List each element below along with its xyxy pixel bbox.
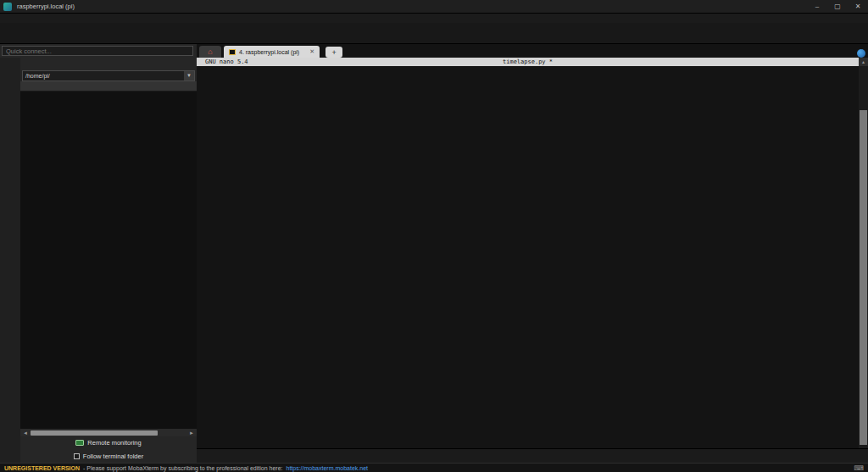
toolbar [0, 23, 868, 44]
sftp-toolbar [20, 58, 197, 70]
mobaxterm-logo-icon [3, 3, 12, 11]
nano-titlebar: GNU nano 5.4 timelapse.py * [197, 58, 859, 66]
home-icon: ⌂ [208, 47, 212, 56]
scroll-right-icon[interactable]: ► [188, 430, 195, 436]
unregistered-label: UNREGISTERED VERSION [4, 465, 80, 471]
maximize-button[interactable]: ▢ [827, 0, 848, 13]
terminal-area: ⌂ 4. raspberrypi.local (pi) ✕ + GNU nano… [197, 44, 868, 463]
home-tab[interactable]: ⌂ [199, 46, 221, 58]
remote-monitoring-label: Remote monitoring [87, 439, 141, 447]
nano-filename: timelapse.py * [197, 58, 859, 66]
code-editor-content [197, 66, 859, 72]
current-path: /home/pi/ [25, 73, 50, 79]
new-tab-button[interactable]: + [326, 47, 342, 58]
session-tab-label: 4. raspberrypi.local (pi) [239, 49, 299, 55]
terminal-icon [229, 49, 236, 55]
vertical-scrollbar-thumb[interactable] [860, 110, 867, 445]
sidebar: /home/pi/ ▼ ◄ ► Remote monitoring Follow… [0, 44, 197, 463]
window-titlebar: raspberrypi.local (pi) – ▢ ✕ [0, 0, 868, 14]
path-dropdown-icon[interactable]: ▼ [184, 71, 194, 81]
scroll-left-icon[interactable]: ◄ [22, 430, 29, 436]
path-bar[interactable]: /home/pi/ ▼ [22, 70, 195, 81]
tab-close-icon[interactable]: ✕ [309, 48, 314, 55]
follow-label: Follow terminal folder [83, 453, 143, 460]
footer-message: - Please support MobaXterm by subscribin… [83, 465, 282, 471]
minimize-button[interactable]: – [807, 0, 827, 13]
mobaxterm-badge-icon [857, 49, 865, 58]
vertical-scrollbar[interactable]: ▲ [859, 58, 868, 448]
keyboard-icon: ⌨ [854, 464, 864, 472]
monitoring-status-bar [197, 448, 868, 463]
quick-connect-input[interactable] [2, 46, 193, 56]
close-button[interactable]: ✕ [848, 0, 868, 13]
follow-terminal-folder[interactable]: Follow terminal folder [20, 449, 197, 463]
window-title: raspberrypi.local (pi) [17, 3, 75, 10]
horizontal-scrollbar[interactable]: ◄ ► [20, 429, 197, 436]
file-table-header [20, 81, 197, 92]
active-session-tab[interactable]: 4. raspberrypi.local (pi) ✕ [224, 46, 320, 58]
sidebar-tab-strip [0, 58, 20, 463]
terminal-tab-bar: ⌂ 4. raspberrypi.local (pi) ✕ + [197, 44, 868, 58]
scroll-up-icon[interactable]: ▲ [859, 58, 868, 66]
remote-monitoring-button[interactable]: Remote monitoring [20, 436, 197, 449]
mobatek-link[interactable]: https://mobaxterm.mobatek.net [286, 465, 368, 471]
terminal-screen[interactable]: GNU nano 5.4 timelapse.py * [197, 58, 859, 448]
follow-checkbox[interactable] [74, 453, 80, 459]
monitor-icon [75, 440, 84, 446]
mobaxterm-window: raspberrypi.local (pi) – ▢ ✕ /home/pi/ ▼… [0, 0, 868, 472]
file-table [20, 92, 197, 429]
scrollbar-thumb[interactable] [31, 430, 158, 436]
menu-bar [0, 14, 868, 23]
sftp-panel: /home/pi/ ▼ ◄ ► Remote monitoring Follow… [20, 58, 197, 463]
registration-footer: UNREGISTERED VERSION - Please support Mo… [0, 463, 868, 472]
